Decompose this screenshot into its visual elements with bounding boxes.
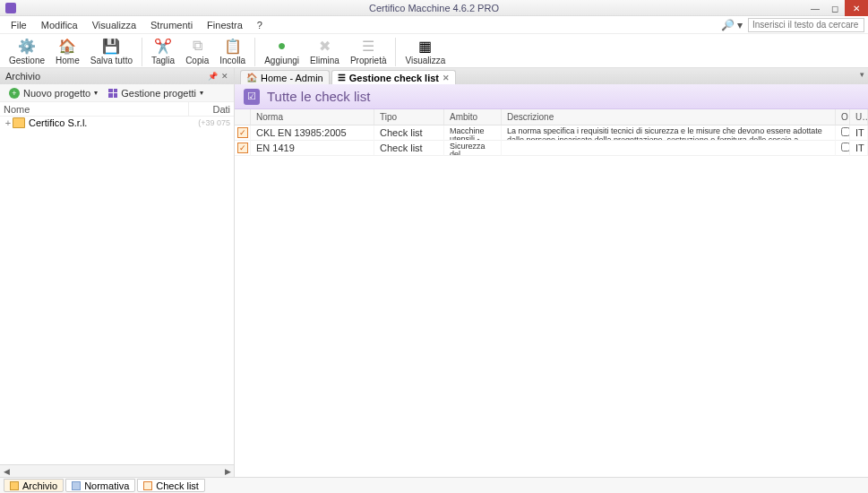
save-icon: 💾 bbox=[102, 37, 120, 55]
delete-icon: ✖ bbox=[315, 37, 333, 55]
folder-icon bbox=[10, 481, 19, 490]
properties-icon: ☰ bbox=[359, 37, 377, 55]
tree-header: Nome Dati bbox=[0, 102, 234, 117]
toolbar-aggiungi[interactable]: ●Aggiungi bbox=[259, 36, 305, 66]
document-tabs: 🏠Home - Admin ☰Gestione check list✕ ▾ bbox=[235, 68, 868, 84]
bottom-tab-normativa[interactable]: Normativa bbox=[65, 479, 135, 492]
toolbar-taglia[interactable]: ✂️Taglia bbox=[146, 36, 180, 66]
menu-help[interactable]: ? bbox=[250, 18, 270, 32]
col-tipo[interactable]: Tipo bbox=[374, 109, 444, 125]
left-panel: Archivio 📌✕ +Nuovo progetto▾ Gestione pr… bbox=[0, 68, 235, 477]
tree-row-company[interactable]: + Certifico S.r.l. (+39 075 bbox=[0, 117, 234, 129]
col-norma[interactable]: Norma bbox=[251, 109, 374, 125]
toolbar-salva-tutto[interactable]: 💾Salva tutto bbox=[85, 36, 138, 66]
tabs-dropdown-icon[interactable]: ▾ bbox=[860, 70, 864, 79]
copy-icon: ⧉ bbox=[188, 37, 206, 55]
gestione-progetti-button[interactable]: Gestione progetti▾ bbox=[103, 87, 209, 99]
folder-icon bbox=[13, 117, 25, 128]
left-panel-title: Archivio 📌✕ bbox=[0, 68, 234, 84]
cut-icon: ✂️ bbox=[154, 37, 172, 55]
search-input[interactable] bbox=[748, 18, 864, 32]
menu-file[interactable]: File bbox=[4, 18, 34, 32]
grid-header: Norma Tipo Ambito Descrizione O… U… bbox=[235, 109, 868, 125]
toolbar-copia[interactable]: ⧉Copia bbox=[180, 36, 214, 66]
row-o-checkbox[interactable] bbox=[841, 143, 850, 151]
menu-finestra[interactable]: Finestra bbox=[200, 18, 250, 32]
col-ambito[interactable]: Ambito bbox=[444, 109, 502, 125]
table-row[interactable]: ✓ CKL EN 13985:2005 Cesoie a ghigliottin… bbox=[235, 125, 868, 141]
main-toolbar: ⚙️Gestione 🏠Home 💾Salva tutto ✂️Taglia ⧉… bbox=[0, 34, 868, 68]
col-u[interactable]: U… bbox=[850, 109, 868, 125]
minimize-button[interactable]: — bbox=[805, 0, 825, 16]
bottom-tabs: Archivio Normativa Check list bbox=[0, 477, 868, 493]
toolbar-visualizza[interactable]: ▦Visualizza bbox=[400, 36, 451, 66]
project-tree[interactable]: + Certifico S.r.l. (+39 075 bbox=[0, 117, 234, 464]
tab-close-icon[interactable]: ✕ bbox=[443, 74, 450, 82]
menu-strumenti[interactable]: Strumenti bbox=[143, 18, 200, 32]
toolbar-proprieta[interactable]: ☰Proprietà bbox=[345, 36, 392, 66]
expand-icon[interactable]: + bbox=[4, 117, 13, 128]
toolbar-elimina[interactable]: ✖Elimina bbox=[305, 36, 345, 66]
home-icon: 🏠 bbox=[246, 73, 257, 82]
toolbar-incolla[interactable]: 📋Incolla bbox=[214, 36, 251, 66]
checklist-row-icon: ✓ bbox=[237, 143, 248, 153]
maximize-button[interactable]: ◻ bbox=[825, 0, 845, 16]
app-icon bbox=[5, 3, 16, 13]
checklist-row-icon: ✓ bbox=[237, 127, 248, 138]
list-icon: ☰ bbox=[338, 73, 346, 82]
bottom-tab-archivio[interactable]: Archivio bbox=[4, 479, 64, 492]
pin-icon[interactable]: 📌 bbox=[208, 72, 218, 81]
close-button[interactable]: ✕ bbox=[845, 0, 868, 16]
doc-icon bbox=[72, 481, 81, 490]
check-icon bbox=[143, 481, 152, 490]
search-icon[interactable]: 🔎 ▾ bbox=[716, 19, 748, 31]
page-header: ☑ Tutte le check list bbox=[235, 84, 868, 109]
row-o-checkbox[interactable] bbox=[841, 127, 850, 136]
paste-icon: 📋 bbox=[224, 37, 242, 55]
nuovo-progetto-button[interactable]: +Nuovo progetto▾ bbox=[4, 87, 103, 99]
menu-visualizza[interactable]: Visualizza bbox=[85, 18, 143, 32]
title-bar: Certifico Macchine 4.6.2 PRO — ◻ ✕ bbox=[0, 0, 868, 16]
left-scrollbar[interactable]: ◀▶ bbox=[0, 464, 234, 477]
view-icon: ▦ bbox=[417, 37, 434, 55]
app-title: Certifico Macchine 4.6.2 PRO bbox=[369, 3, 499, 13]
tab-home[interactable]: 🏠Home - Admin bbox=[240, 70, 330, 84]
menu-bar: File Modifica Visualizza Strumenti Fines… bbox=[0, 16, 868, 34]
bottom-tab-checklist[interactable]: Check list bbox=[137, 479, 205, 492]
toolbar-gestione[interactable]: ⚙️Gestione bbox=[4, 36, 50, 66]
table-row[interactable]: ✓ EN 1419 Check list Sicurezza del macch… bbox=[235, 141, 868, 156]
grid-body[interactable]: ✓ CKL EN 13985:2005 Cesoie a ghigliottin… bbox=[235, 125, 868, 477]
checklist-icon: ☑ bbox=[244, 89, 260, 105]
col-o[interactable]: O… bbox=[836, 109, 850, 125]
home-icon: 🏠 bbox=[58, 37, 76, 55]
menu-modifica[interactable]: Modifica bbox=[34, 18, 85, 32]
tab-checklist[interactable]: ☰Gestione check list✕ bbox=[331, 70, 456, 84]
add-icon: ● bbox=[273, 37, 291, 55]
gear-icon: ⚙️ bbox=[18, 37, 36, 55]
toolbar-home[interactable]: 🏠Home bbox=[50, 36, 85, 66]
close-icon[interactable]: ✕ bbox=[221, 72, 228, 81]
col-descrizione[interactable]: Descrizione bbox=[502, 109, 836, 125]
